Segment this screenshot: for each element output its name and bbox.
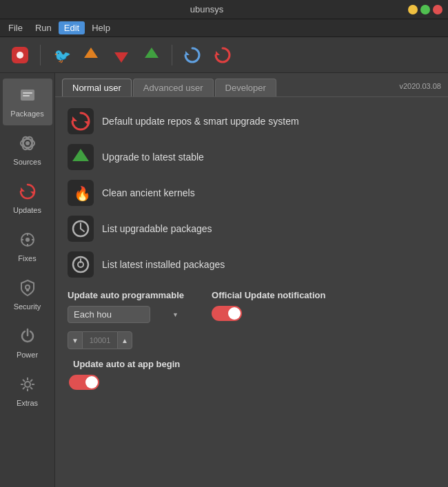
spinbox-value: 10001 [83, 331, 117, 349]
action-upgrade-stable[interactable]: Upgrade to latest stable [62, 140, 441, 174]
svg-point-26 [25, 382, 30, 387]
menubar: File Run Edit Help [0, 19, 448, 37]
sources-icon [19, 134, 37, 155]
svg-line-34 [23, 387, 25, 389]
notification-group: Official Update notification [212, 290, 325, 321]
sidebar-item-security[interactable]: Security [3, 271, 52, 318]
auto-begin-label: Update auto at app begin [68, 359, 436, 369]
svg-marker-7 [216, 51, 220, 55]
sidebar-label-security: Security [14, 302, 41, 311]
svg-marker-36 [84, 121, 89, 126]
main-layout: Packages Sources Updates [0, 73, 448, 487]
packages-icon [19, 86, 37, 107]
menu-run[interactable]: Run [30, 21, 57, 34]
notification-label: Official Update notification [212, 290, 325, 300]
svg-marker-4 [114, 52, 128, 63]
security-icon [19, 279, 37, 300]
downgrade-toolbar-button[interactable] [108, 42, 134, 68]
action-clean-kernels-label: Clean ancient kernels [102, 187, 195, 198]
fire-action-icon: 🔥 [68, 180, 94, 206]
tab-advanced-user[interactable]: Advanced user [133, 79, 214, 96]
minimize-button[interactable] [408, 5, 418, 14]
refresh-toolbar-button[interactable] [179, 42, 205, 68]
spinbox-display: 10001 [90, 336, 111, 344]
action-upgrade-stable-label: Upgrade to latest stable [102, 152, 204, 163]
svg-rect-24 [26, 289, 29, 291]
svg-marker-15 [21, 187, 25, 191]
notification-toggle-knob [228, 307, 241, 320]
svg-line-31 [23, 380, 25, 382]
updates-icon [19, 183, 37, 203]
action-clean-kernels[interactable]: 🔥 Clean ancient kernels [62, 176, 441, 210]
svg-line-41 [81, 229, 84, 231]
toolbar: 🐦 [0, 37, 448, 73]
refresh-action-icon [68, 108, 94, 134]
svg-marker-5 [145, 48, 159, 58]
action-default-repos[interactable]: Default update repos & smart upgrade sys… [62, 104, 441, 138]
svg-line-33 [30, 380, 32, 382]
version-label: v2020.03.08 [399, 82, 441, 93]
svg-point-14 [26, 141, 30, 145]
svg-point-1 [17, 52, 23, 59]
sidebar-label-power: Power [17, 351, 38, 359]
close-button[interactable] [433, 5, 442, 14]
notification-toggle[interactable] [212, 306, 242, 321]
auto-update-label: Update auto programmable [68, 290, 184, 300]
window-controls [408, 5, 442, 14]
titlebar-title: ubunsys [6, 4, 408, 14]
sidebar-label-extras: Extras [17, 399, 38, 407]
svg-marker-37 [72, 149, 89, 161]
tab-normal-user[interactable]: Normal user [62, 79, 132, 96]
gear-action-icon [68, 251, 94, 278]
spinbox-down-button[interactable]: ▼ [68, 331, 83, 349]
svg-rect-9 [23, 92, 32, 94]
svg-point-18 [26, 238, 30, 242]
auto-begin-toggle[interactable] [69, 375, 99, 390]
sync-toolbar-button[interactable] [210, 42, 236, 68]
upgrade-action-icon [68, 144, 94, 170]
settings-row: Update auto programmable Each hou Each d… [62, 290, 441, 349]
maximize-button[interactable] [420, 5, 430, 14]
sidebar-item-extras[interactable]: Extras [3, 368, 52, 415]
auto-update-group: Update auto programmable Each hou Each d… [68, 290, 184, 349]
sidebar-item-sources[interactable]: Sources [3, 127, 52, 174]
tab-developer[interactable]: Developer [215, 79, 276, 96]
extras-icon [19, 375, 37, 396]
sidebar-label-updates: Updates [13, 206, 41, 214]
menu-file[interactable]: File [3, 21, 28, 34]
twitter-toolbar-button[interactable]: 🐦 [48, 42, 74, 68]
action-list-installed[interactable]: List latest installed packages [62, 247, 441, 282]
sidebar-label-fixes: Fixes [18, 254, 36, 262]
sidebar-item-fixes[interactable]: Fixes [3, 223, 52, 270]
auto-begin-section: Update auto at app begin [62, 359, 441, 392]
svg-marker-35 [72, 116, 77, 121]
svg-text:🔥: 🔥 [74, 185, 91, 202]
svg-marker-3 [84, 48, 98, 58]
sidebar-item-power[interactable]: Power [3, 320, 52, 366]
action-list-installed-label: List latest installed packages [102, 259, 225, 270]
power-icon [19, 327, 37, 348]
svg-marker-6 [185, 51, 190, 55]
tabs-row: Normal user Advanced user Developer v202… [55, 73, 448, 97]
upgrade-toolbar-button[interactable] [78, 42, 104, 68]
auto-begin-toggle-knob [85, 376, 98, 388]
svg-text:🐦: 🐦 [54, 48, 70, 64]
settings-toolbar-button[interactable] [7, 42, 33, 68]
content-panel: Normal user Advanced user Developer v202… [55, 73, 448, 487]
sidebar-item-packages[interactable]: Packages [3, 79, 52, 125]
dropdown-wrapper: Each hou Each day Each week Never [68, 306, 184, 323]
menu-help[interactable]: Help [86, 21, 116, 34]
svg-rect-10 [23, 95, 30, 96]
sidebar-label-sources: Sources [13, 158, 41, 166]
menu-edit[interactable]: Edit [59, 21, 85, 34]
spinbox-up-button[interactable]: ▲ [117, 331, 132, 349]
sidebar: Packages Sources Updates [0, 73, 55, 487]
upgrade-green-toolbar-button[interactable] [139, 42, 165, 68]
sidebar-item-updates[interactable]: Updates [3, 175, 52, 222]
sidebar-label-packages: Packages [10, 110, 43, 118]
action-default-repos-label: Default update repos & smart upgrade sys… [102, 116, 299, 127]
titlebar: ubunsys [0, 0, 448, 19]
clock-action-icon [68, 216, 94, 242]
update-frequency-dropdown[interactable]: Each hou Each day Each week Never [68, 306, 150, 323]
action-list-upgradable[interactable]: List upgradable packages [62, 211, 441, 246]
